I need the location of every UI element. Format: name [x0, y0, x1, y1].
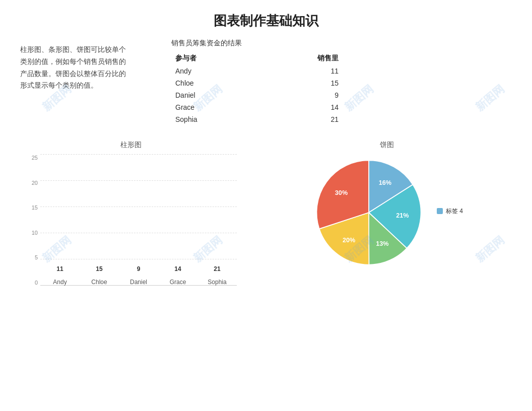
participant-name: Daniel	[171, 89, 258, 101]
top-section: 柱形图、条形图、饼图可比较单个类别的值，例如每个销售员销售的产品数量。饼图会以整…	[0, 39, 532, 125]
charts-section: 柱形图 0510152025 11Andy15Chloe9Daniel14Gra…	[0, 135, 532, 306]
y-axis: 0510152025	[25, 155, 40, 286]
pie-percent-label: 20%	[343, 237, 355, 244]
participant-name: Chloe	[171, 77, 258, 89]
col-sales: 销售里	[258, 52, 343, 65]
bar-group: 15Chloe	[86, 276, 112, 286]
sales-value: 14	[258, 101, 343, 113]
table-row: Chloe15	[171, 77, 343, 89]
sales-table: 参与者 销售里 Andy11Chloe15Daniel9Grace14Sophi…	[171, 52, 343, 125]
bar-name-label: Daniel	[130, 279, 147, 286]
sales-value: 15	[258, 77, 343, 89]
legend-item: 标签 4	[437, 207, 463, 216]
bar-group: 9Daniel	[125, 276, 152, 286]
pie-chart-title: 饼图	[257, 141, 517, 150]
pie-chart-container: 饼图 16%21%13%20%30% 标签 4	[252, 135, 522, 306]
bar-value-label: 11	[47, 265, 73, 272]
table-section: 销售员筹集资金的结果 参与者 销售里 Andy11Chloe15Daniel9G…	[141, 39, 512, 125]
table-row: Daniel9	[171, 89, 343, 101]
col-participant: 参与者	[171, 52, 258, 65]
y-axis-label: 5	[35, 254, 38, 260]
sales-value: 21	[258, 113, 343, 125]
bar-chart-container: 柱形图 0510152025 11Andy15Chloe9Daniel14Gra…	[10, 135, 252, 306]
participant-name: Grace	[171, 101, 258, 113]
y-axis-label: 0	[35, 280, 38, 286]
pie-percent-label: 30%	[335, 189, 348, 196]
participant-name: Andy	[171, 65, 258, 77]
bar-group: 11Andy	[47, 276, 73, 286]
bar-name-label: Grace	[170, 279, 186, 286]
table-row: Sophia21	[171, 113, 343, 125]
bar-chart-title: 柱形图	[20, 141, 242, 150]
description-text: 柱形图、条形图、饼图可比较单个类别的值，例如每个销售员销售的产品数量。饼图会以整…	[20, 39, 141, 125]
table-title: 销售员筹集资金的结果	[171, 39, 512, 48]
y-axis-label: 10	[32, 230, 38, 236]
sales-value: 9	[258, 89, 343, 101]
bar-name-label: Andy	[53, 279, 66, 286]
bar-name-label: Sophia	[208, 279, 226, 286]
pie-percent-label: 21%	[396, 212, 409, 219]
bar-value-label: 9	[125, 265, 152, 272]
legend-label: 标签 4	[446, 207, 463, 216]
bar-value-label: 14	[165, 265, 191, 272]
sales-value: 11	[258, 65, 343, 77]
table-row: Grace14	[171, 101, 343, 113]
legend-dot	[437, 208, 443, 214]
bar-group: 21Sophia	[204, 276, 230, 286]
pie-percent-label: 16%	[379, 179, 391, 186]
pie-percent-label: 13%	[376, 240, 388, 247]
bar-chart: 0510152025 11Andy15Chloe9Daniel14Grace21…	[25, 155, 237, 301]
page-title: 图表制作基础知识	[0, 0, 532, 39]
bar-group: 14Grace	[165, 276, 191, 286]
table-row: Andy11	[171, 65, 343, 77]
participant-name: Sophia	[171, 113, 258, 125]
pie-section: 16%21%13%20%30% 标签 4	[257, 155, 517, 270]
bar-value-label: 15	[86, 265, 112, 272]
bar-value-label: 21	[204, 265, 230, 272]
y-axis-label: 20	[32, 180, 38, 186]
y-axis-label: 15	[32, 204, 38, 211]
pie-legend: 标签 4	[437, 207, 463, 219]
y-axis-label: 25	[32, 155, 38, 161]
bar-chart-inner: 11Andy15Chloe9Daniel14Grace21Sophia	[40, 155, 237, 286]
pie-svg: 16%21%13%20%30%	[311, 155, 427, 270]
bar-name-label: Chloe	[91, 279, 107, 286]
